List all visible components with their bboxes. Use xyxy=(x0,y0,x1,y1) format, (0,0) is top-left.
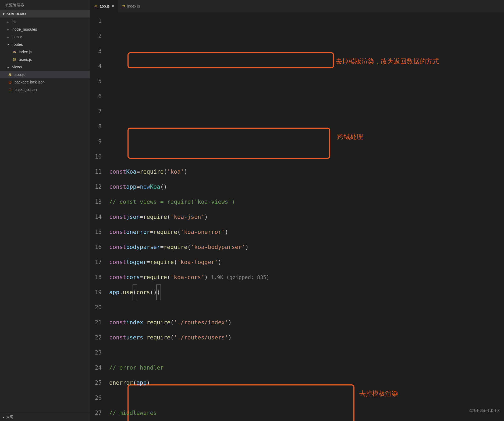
token-kw: const xyxy=(109,224,126,240)
code-area[interactable]: 1234567891011121314151617181920212223242… xyxy=(90,12,504,421)
code-line[interactable] xyxy=(109,345,504,360)
chevron-right-icon: ▸ xyxy=(8,36,10,38)
token-size: 1.9K (gzipped: 835) xyxy=(208,270,269,285)
token-eq: = xyxy=(160,240,164,255)
code-line[interactable]: const json = require('koa-json') xyxy=(109,209,504,224)
file-package.json[interactable]: { }package.json xyxy=(0,86,90,93)
folder-views[interactable]: ▸views xyxy=(0,63,90,71)
outline-header[interactable]: ▸ 大纲 xyxy=(0,413,90,421)
token-com: // middlewares xyxy=(109,405,157,420)
token-new: new xyxy=(140,179,150,194)
code-line[interactable]: const users = require('./routes/users') xyxy=(109,330,504,345)
token-kw: const xyxy=(109,179,126,194)
file-icon: JS xyxy=(122,5,125,8)
code-line[interactable]: onerror(app) xyxy=(109,375,504,390)
token-punc: ( xyxy=(167,270,171,285)
token-obj: app xyxy=(136,375,147,390)
file-icon: JS xyxy=(12,51,17,54)
project-header[interactable]: ▾ KOA-DEMO xyxy=(0,10,90,17)
token-var: json xyxy=(126,209,140,224)
token-var: logger xyxy=(126,255,147,270)
token-var: Koa xyxy=(126,164,136,179)
file-index.js[interactable]: JSindex.js xyxy=(0,48,90,56)
token-str: 'koa-cors' xyxy=(171,270,204,285)
code-line[interactable]: // const views = require('koa-views') xyxy=(109,194,504,209)
line-number: 20 xyxy=(90,300,102,315)
gutter: 1234567891011121314151617181920212223242… xyxy=(90,12,109,421)
token-str: 'koa-logger' xyxy=(177,255,218,270)
chevron-right-icon: ▸ xyxy=(8,66,10,69)
folder-bin[interactable]: ▸bin xyxy=(0,18,90,26)
code-line[interactable]: const index = require('./routes/index') xyxy=(109,315,504,330)
code-line[interactable]: const bodyparser = require('koa-bodypars… xyxy=(109,240,504,255)
token-punc: () xyxy=(150,285,157,300)
tab-index.js[interactable]: JSindex.js xyxy=(118,0,144,12)
token-var: users xyxy=(126,330,143,345)
line-number: 25 xyxy=(90,375,102,390)
token-kw: const xyxy=(109,209,126,224)
code-line[interactable]: const onerror = require('koa-onerror') xyxy=(109,224,504,240)
chevron-right-icon: ▸ xyxy=(8,28,10,31)
token-fn: require xyxy=(164,240,187,255)
token-var: app xyxy=(126,179,136,194)
file-icon: JS xyxy=(12,58,17,61)
tree-item-label: package.json xyxy=(15,87,37,92)
token-kw: const xyxy=(109,255,126,270)
code-line[interactable] xyxy=(109,300,504,315)
folder-public[interactable]: ▸public xyxy=(0,33,90,41)
line-number: 6 xyxy=(90,89,102,104)
code-line[interactable]: const Koa = require('koa') xyxy=(109,164,504,179)
token-eq: = xyxy=(136,179,140,194)
tree-item-label: views xyxy=(12,65,22,69)
line-number: 27 xyxy=(90,405,102,420)
code-line[interactable]: // error handler xyxy=(109,360,504,375)
token-punc: ) xyxy=(218,255,222,270)
file-users.js[interactable]: JSusers.js xyxy=(0,56,90,63)
file-app.js[interactable]: JSapp.js xyxy=(0,71,90,78)
tab-app.js[interactable]: JSapp.js× xyxy=(90,0,118,12)
tab-bar: JSapp.js×JSindex.js xyxy=(90,0,504,12)
file-icon: JS xyxy=(94,5,97,8)
token-kw: const xyxy=(109,164,126,179)
token-str: 'koa' xyxy=(167,164,184,179)
code-line[interactable]: // middlewares xyxy=(109,405,504,420)
file-icon: JS xyxy=(8,73,12,76)
token-punc: ) xyxy=(156,285,161,300)
line-number: 15 xyxy=(90,224,102,240)
token-eq: = xyxy=(136,164,140,179)
line-number: 24 xyxy=(90,360,102,375)
file-package-lock.json[interactable]: { }package-lock.json xyxy=(0,78,90,86)
line-number: 1 xyxy=(90,13,102,29)
token-str: 'koa-json' xyxy=(171,209,204,224)
token-punc: ( xyxy=(164,164,167,179)
code-line[interactable] xyxy=(109,390,504,405)
token-punc: ( xyxy=(174,255,177,270)
token-var: index xyxy=(126,315,143,330)
tree-item-label: app.js xyxy=(15,72,24,77)
line-number: 21 xyxy=(90,315,102,330)
folder-routes[interactable]: ▾routes xyxy=(0,41,90,48)
close-icon[interactable]: × xyxy=(112,4,114,9)
code-line[interactable]: const app = new Koa() xyxy=(109,179,504,194)
token-com: // error handler xyxy=(109,360,164,375)
code-line[interactable]: app.use(cors()) xyxy=(109,285,504,300)
annotation-text-1: 去掉模版渲染，改为返回数据的方式 xyxy=(336,54,439,69)
line-number: 9 xyxy=(90,134,102,149)
code-line[interactable]: const cors = require('koa-cors') 1.9K (g… xyxy=(109,270,504,285)
sidebar: 资源管理器 ▾ KOA-DEMO ▸bin▸node_modules▸publi… xyxy=(0,0,90,421)
file-icon: { } xyxy=(8,81,12,84)
folder-node_modules[interactable]: ▸node_modules xyxy=(0,26,90,33)
annotation-box-1 xyxy=(127,52,334,68)
code-line[interactable]: const logger = require('koa-logger') xyxy=(109,255,504,270)
token-kw: const xyxy=(109,270,126,285)
token-obj: app xyxy=(109,285,119,300)
token-punc: ) xyxy=(228,315,232,330)
chevron-right-icon: ▸ xyxy=(8,20,10,23)
outline-label: 大纲 xyxy=(6,415,13,419)
token-fn: require xyxy=(150,255,174,270)
line-number: 14 xyxy=(90,209,102,224)
token-kw: const xyxy=(109,330,126,345)
line-number: 5 xyxy=(90,74,102,89)
code-content[interactable]: 去掉模版渲染，改为返回数据的方式 跨域处理 去掉模板渲染 @稀土掘金技术社区 c… xyxy=(109,12,504,421)
chevron-down-icon: ▾ xyxy=(8,43,10,46)
